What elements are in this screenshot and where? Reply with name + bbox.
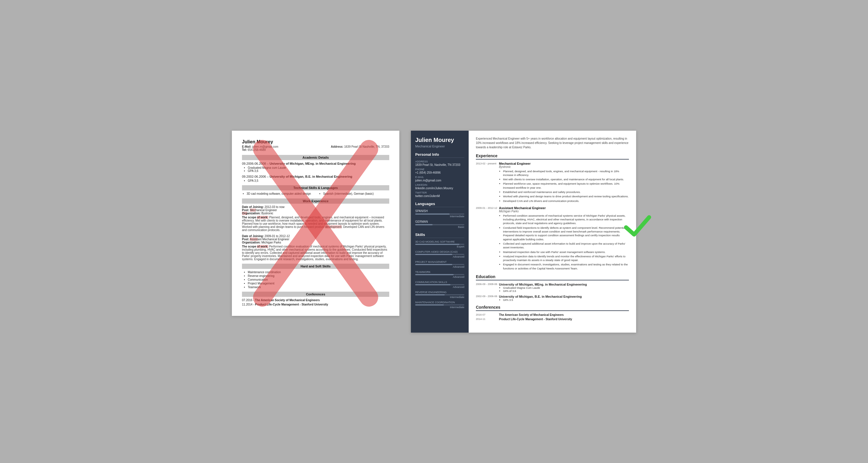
technical-section-title: Technical Skills & Languages	[242, 185, 389, 190]
edu-right-body: University of Michigan, MEng. in Mechani…	[499, 283, 629, 293]
lang-bar-bg	[415, 224, 464, 225]
work-section-title: Work Experience	[242, 198, 389, 204]
conf-right-entry: 2016-07 The American Society of Mechanic…	[476, 313, 629, 317]
left-contact-row: E-Mail: julien.m@gmail.com Address: 1639…	[242, 145, 389, 148]
email-label: E-mail	[415, 176, 464, 178]
exp-bullets: Planned, designed, and developed tools, …	[503, 169, 629, 203]
skill-bar-bg	[415, 244, 464, 245]
main-content: Experienced Mechanical Engineer with 5+ …	[469, 131, 636, 333]
conf-right-date: 2014-11	[476, 318, 499, 321]
page-container: Julien Mourey E-Mail: julien.m@gmail.com…	[232, 131, 636, 333]
languages-title: Languages	[415, 202, 464, 207]
personal-info-title: Personal Info	[415, 152, 464, 158]
skill-entry: COMPUTER-AIDED DESIGN (CAD) Advanced	[415, 251, 464, 258]
summary-text: Experienced Mechanical Engineer with 5+ …	[476, 136, 629, 150]
skill-bar-bg	[415, 284, 464, 285]
language-bars: SPANISH Intermediate GERMAN Basic	[415, 209, 464, 229]
skill-bar-bg	[415, 304, 464, 305]
lang-bar-fill	[415, 213, 450, 214]
skill-bar-bg	[415, 264, 464, 265]
conferences-section-title: Conferences	[476, 305, 629, 311]
edu-right-body: University of Michigan, B.E. in Mechanic…	[499, 295, 629, 301]
conf-right-entry: 2014-11 Product Life-Cycle Management - …	[476, 318, 629, 321]
conf-right-body: Product Life-Cycle Management - Stanford…	[499, 318, 629, 321]
education-entries: 2006-09 - 2008-06 University of Michigan…	[476, 283, 629, 301]
skill-level: Expert	[415, 245, 464, 248]
conference-entries: 2016-07 The American Society of Mechanic…	[476, 313, 629, 321]
edu-entry-2: 09.2002-06.2006 – University of Michigan…	[242, 175, 389, 182]
linkedin-label: LinkedIn	[415, 184, 464, 186]
left-address-label: Address:	[331, 145, 343, 148]
conf-entry-1: 07.2016 - The American Society of Mechan…	[242, 299, 389, 302]
skill-level: Advanced	[415, 286, 464, 289]
phone-label: Phone	[415, 168, 464, 171]
skill-bar-fill	[415, 244, 459, 245]
exp-company: Michigan Parks	[499, 210, 629, 213]
right-name: Julien Mourey	[415, 136, 464, 143]
edu-right-title: University of Michigan, B.E. in Mechanic…	[499, 295, 629, 298]
skill-bar-fill	[415, 254, 452, 255]
work-entry-1: Date of Joining: 2012-03 to now Post: Me…	[242, 205, 389, 232]
left-header: Julien Mourey E-Mail: julien.m@gmail.com…	[242, 139, 389, 152]
skill-bars: 3D CAD MODELING SOFTWARE Expert COMPUTER…	[415, 240, 464, 309]
skill-entry: TEAMWORK Advanced	[415, 271, 464, 278]
edu-entry-1: 09.2006-06.2008 – University of Michigan…	[242, 162, 389, 172]
skill-name: PROJECT MANAGEMENT	[415, 261, 464, 263]
edu-title-1: 09.2006-06.2008 – University of Michigan…	[242, 162, 389, 165]
work-entry-2: Date of Joining: 2009-01 to 2012-12 Post…	[242, 234, 389, 261]
experience-section-title: Experience	[476, 154, 629, 160]
skill-entry: COMMUNICATION SKILLS Advanced	[415, 281, 464, 289]
email-value: julien.m@gmail.com	[415, 179, 464, 182]
twitter-value: twitter.com/JulienM	[415, 194, 464, 198]
exp-bullets: Performed condition assessments of mecha…	[503, 214, 629, 270]
skill-name: MAINTENANCE COORDINATION	[415, 301, 464, 304]
skills-title: Skills	[415, 232, 464, 238]
lang-bar-bg	[415, 213, 464, 214]
exp-entry: 2013-02 - present Mechanical Engineer By…	[476, 162, 629, 203]
language-entry: GERMAN Basic	[415, 220, 464, 229]
left-name: Julien Mourey	[242, 139, 389, 144]
skill-level: Advanced	[415, 255, 464, 258]
conf-section-title: Conferences	[242, 292, 389, 297]
skill-bar-bg	[415, 254, 464, 255]
edu-right-entry: 2002-09 - 2006-06 University of Michigan…	[476, 295, 629, 301]
exp-date: 2009-01 - 2012-12	[476, 206, 499, 271]
exp-entry: 2009-01 - 2012-12 Assistant Mechanical E…	[476, 206, 629, 271]
languages-section: Languages SPANISH Intermediate GERMAN Ba…	[415, 202, 464, 229]
exp-title: Assistant Mechanical Engineer	[499, 206, 629, 210]
skills-grid: 3D cad modeling software, computer-aided…	[242, 192, 389, 196]
sidebar: Julien Mourey Mechanical Engineer Person…	[411, 131, 469, 333]
soft-skills-list: Maintenance coordination Reverse enginee…	[242, 271, 389, 289]
skill-level: Advanced	[415, 265, 464, 268]
skill-name: 3D CAD MODELING SOFTWARE	[415, 240, 464, 243]
exp-date: 2013-02 - present	[476, 162, 499, 203]
edu-right-date: 2006-09 - 2008-06	[476, 283, 499, 293]
soft-section-title: Hard and Soft Skills	[242, 264, 389, 269]
left-tel-line: Tel: 654-258-4689	[242, 148, 389, 152]
experience-entries: 2013-02 - present Mechanical Engineer By…	[476, 162, 629, 271]
twitter-label: Twitter	[415, 191, 464, 194]
skill-entry: PROJECT MANAGEMENT Advanced	[415, 261, 464, 268]
skill-bar-fill	[415, 284, 451, 285]
edu-bullets-1: Graduated Magna cum Laude GPA 3,6	[248, 166, 389, 172]
skill-name: COMMUNICATION SKILLS	[415, 281, 464, 284]
conf-entry-2: 11.2014 - Product Life-Cycle Management …	[242, 303, 389, 306]
skill-bar-fill	[415, 264, 452, 265]
left-email-line: E-Mail: julien.m@gmail.com	[242, 145, 278, 148]
left-email-label: E-Mail:	[242, 145, 251, 148]
skill-name: REVERSE ENGINEERING	[415, 291, 464, 294]
left-tel-label: Tel:	[242, 148, 247, 152]
conf-right-date: 2016-07	[476, 313, 499, 317]
skills-col-right: Spanish (intermediate), German (basic)	[318, 192, 389, 196]
right-title: Mechanical Engineer	[415, 144, 464, 148]
skills-col-left: 3D cad modeling software, computer-aided…	[242, 192, 313, 196]
skills-section: Skills 3D CAD MODELING SOFTWARE Expert C…	[415, 232, 464, 309]
conf-right-body: The American Society of Mechanical Engin…	[499, 313, 629, 317]
skill-level: Intermediate	[415, 296, 464, 299]
lang-level: Intermediate	[415, 215, 464, 218]
skill-entry: 3D CAD MODELING SOFTWARE Expert	[415, 240, 464, 248]
skill-level: Intermediate	[415, 306, 464, 309]
edu-right-bullets: GPA 3.5	[503, 298, 629, 301]
left-address-line: Address: 1639 Pearl St Nashville, TN, 37…	[331, 145, 389, 148]
left-tel-value: 654-258-4689	[248, 148, 266, 152]
